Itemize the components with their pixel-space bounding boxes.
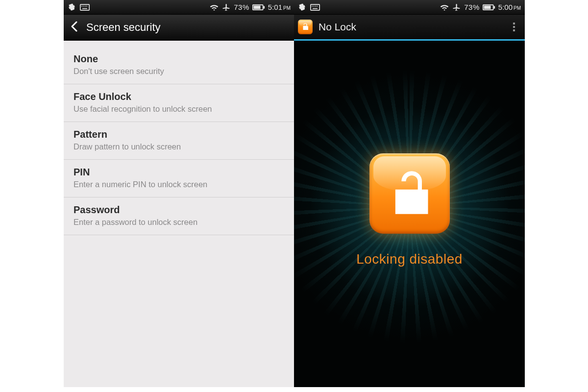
svg-rect-4 [86, 5, 87, 6]
option-pattern[interactable]: Pattern Draw pattern to unlock screen [64, 122, 294, 160]
svg-rect-16 [484, 5, 490, 9]
option-title: Face Unlock [74, 91, 285, 102]
option-subtitle: Enter a password to unlock screen [74, 218, 285, 227]
clock-time: 5:00 [498, 3, 513, 11]
option-password[interactable]: Password Enter a password to unlock scre… [64, 197, 294, 235]
option-none[interactable]: None Don't use screen security [64, 47, 294, 84]
security-options-list: None Don't use screen security Face Unlo… [64, 41, 294, 387]
page-title: Screen security [86, 21, 161, 34]
app-bar: Screen security [64, 15, 294, 41]
svg-rect-8 [263, 6, 265, 8]
battery-icon [252, 4, 265, 11]
option-subtitle: Enter a numeric PIN to unlock screen [74, 180, 285, 189]
overflow-menu-icon[interactable] [508, 20, 520, 34]
option-title: PIN [74, 167, 285, 178]
app-content: Locking disabled [294, 41, 525, 387]
status-bar: 73% 5:01 PM [64, 0, 294, 15]
wifi-icon [440, 3, 449, 11]
unlock-app-icon [298, 20, 313, 34]
airplane-icon [222, 3, 231, 12]
battery-percent: 73% [464, 3, 480, 11]
option-title: Password [74, 204, 285, 216]
lock-status-text: Locking disabled [356, 251, 463, 267]
app-bar: No Lock [294, 15, 525, 39]
clock-ampm: PM [514, 5, 521, 11]
vibrate-icon [68, 3, 76, 11]
option-pin[interactable]: PIN Enter a numeric PIN to unlock screen [64, 160, 294, 197]
vibrate-icon [298, 3, 306, 11]
svg-rect-0 [80, 4, 89, 10]
svg-rect-13 [317, 5, 318, 6]
svg-rect-2 [83, 5, 84, 6]
svg-rect-1 [81, 5, 82, 6]
keyboard-icon [310, 4, 320, 11]
clock-ampm: PM [283, 5, 291, 11]
svg-rect-10 [312, 5, 313, 6]
svg-rect-9 [311, 4, 319, 10]
back-chevron-icon[interactable] [71, 21, 77, 34]
option-title: None [74, 53, 285, 65]
svg-rect-11 [314, 5, 315, 6]
svg-rect-7 [253, 5, 260, 9]
keyboard-icon [80, 4, 90, 11]
option-face-unlock[interactable]: Face Unlock Use facial recognition to un… [64, 84, 294, 122]
airplane-icon [452, 3, 461, 12]
option-subtitle: Don't use screen security [74, 67, 285, 76]
phone-screen-nolock-app: 73% 5:00 PM No Lock [294, 0, 525, 387]
lock-toggle-button[interactable] [369, 153, 450, 234]
option-subtitle: Draw pattern to unlock screen [74, 142, 285, 151]
phone-screen-settings: 73% 5:01 PM Screen security None Don't u… [64, 0, 294, 387]
svg-rect-5 [82, 8, 87, 9]
wifi-icon [209, 3, 219, 11]
clock-time: 5:01 [268, 3, 282, 11]
option-title: Pattern [74, 129, 285, 140]
battery-icon [483, 4, 495, 11]
svg-rect-14 [313, 8, 318, 9]
status-bar: 73% 5:00 PM [294, 0, 525, 15]
svg-rect-17 [493, 6, 495, 8]
svg-rect-12 [315, 5, 316, 6]
app-title: No Lock [318, 21, 508, 33]
option-subtitle: Use facial recognition to unlock screen [74, 104, 285, 114]
svg-rect-3 [85, 5, 86, 6]
battery-percent: 73% [234, 3, 249, 11]
